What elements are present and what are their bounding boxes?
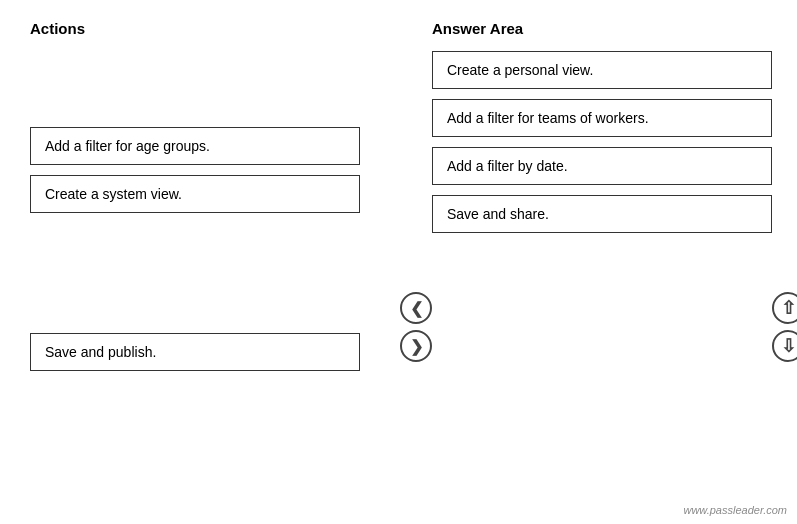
move-right-button[interactable]: ❯ xyxy=(400,330,432,362)
main-container: Actions Add a filter for age groups. Cre… xyxy=(0,0,797,524)
answer-item-save-share[interactable]: Save and share. xyxy=(432,195,772,233)
answer-item-filter-date[interactable]: Add a filter by date. xyxy=(432,147,772,185)
action-item-save-publish[interactable]: Save and publish. xyxy=(30,333,360,371)
actions-title: Actions xyxy=(30,20,400,37)
answer-item-personal-view[interactable]: Create a personal view. xyxy=(432,51,772,89)
middle-controls: ❮ ❯ xyxy=(400,20,432,504)
action-item-system-view[interactable]: Create a system view. xyxy=(30,175,360,213)
actions-column: Actions Add a filter for age groups. Cre… xyxy=(30,20,400,504)
right-controls: ⇧ ⇩ xyxy=(772,20,797,504)
move-left-button[interactable]: ❮ xyxy=(400,292,432,324)
action-item-age-groups[interactable]: Add a filter for age groups. xyxy=(30,127,360,165)
move-up-button[interactable]: ⇧ xyxy=(772,292,797,324)
answer-column: Answer Area Create a personal view. Add … xyxy=(432,20,772,504)
move-down-button[interactable]: ⇩ xyxy=(772,330,797,362)
answer-item-teams-workers[interactable]: Add a filter for teams of workers. xyxy=(432,99,772,137)
answer-title: Answer Area xyxy=(432,20,772,37)
watermark: www.passleader.com xyxy=(683,504,787,516)
